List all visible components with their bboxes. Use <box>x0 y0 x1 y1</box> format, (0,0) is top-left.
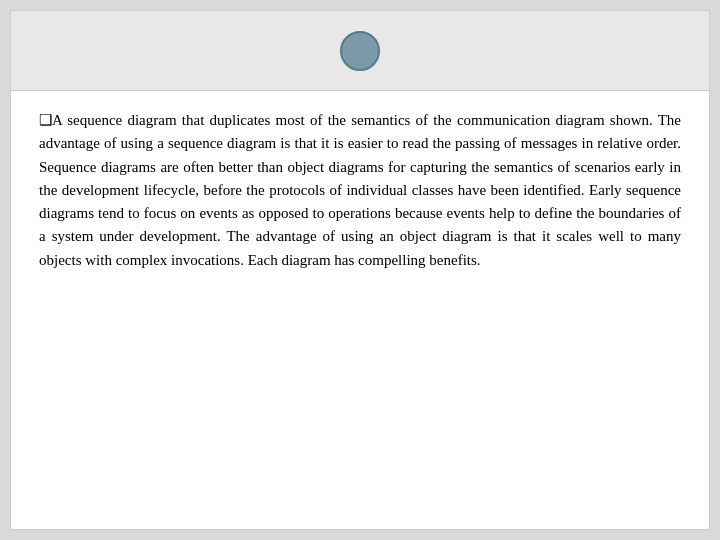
bullet-prefix: ❑A <box>39 112 62 128</box>
paragraph-block: ❑A sequence diagram that duplicates most… <box>39 109 681 272</box>
paragraph-text: sequence diagram that duplicates most of… <box>39 112 681 268</box>
circle-icon <box>340 31 380 71</box>
content-area: ❑A sequence diagram that duplicates most… <box>11 91 709 529</box>
slide-container: ❑A sequence diagram that duplicates most… <box>10 10 710 530</box>
top-bar <box>11 11 709 91</box>
